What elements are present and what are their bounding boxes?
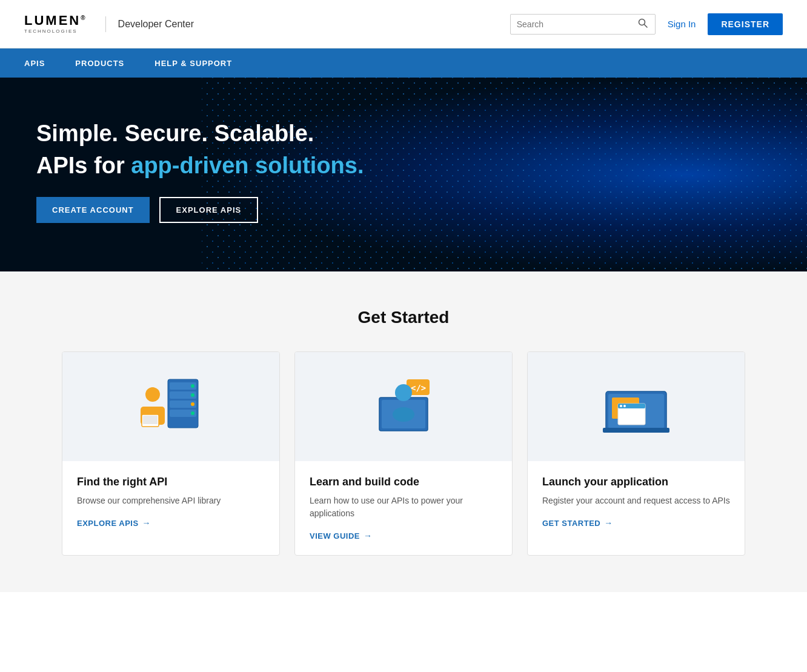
card-launch-app-body: Launch your application Register your ac… [528, 461, 745, 542]
nav-item-products[interactable]: PRODUCTS [75, 59, 124, 68]
get-started-link[interactable]: GET STARTED [542, 518, 730, 528]
svg-text:</>: </> [411, 383, 426, 393]
launch-icon [600, 373, 672, 440]
api-icon [134, 373, 207, 440]
explore-apis-link[interactable]: EXPLORE APIs [77, 518, 265, 528]
search-button[interactable] [637, 18, 649, 30]
svg-line-1 [644, 24, 647, 27]
svg-point-19 [395, 384, 412, 401]
hero-content: Simple. Secure. Scalable. APIs for app-d… [36, 120, 771, 223]
hero-line2-plain: APIs for [36, 153, 131, 178]
card-launch-app: Launch your application Register your ac… [527, 351, 745, 556]
card-learn-code-image: </> [295, 352, 512, 461]
dev-center-label: Developer Center [105, 16, 194, 32]
cards-container: Find the right API Browse our comprehens… [40, 351, 767, 556]
signin-link[interactable]: Sign In [668, 19, 696, 29]
logo-text: LUMEN® [24, 14, 87, 27]
svg-point-20 [393, 407, 414, 422]
svg-point-27 [620, 405, 622, 407]
site-header: LUMEN® TECHNOLOGIES Developer Center Sig… [0, 0, 807, 48]
card-launch-app-title: Launch your application [542, 476, 730, 488]
hero-headline: Simple. Secure. Scalable. [36, 120, 771, 148]
svg-rect-14 [143, 416, 158, 424]
card-find-api-body: Find the right API Browse our comprehens… [62, 461, 279, 542]
logo-sub: TECHNOLOGIES [24, 28, 78, 34]
hero-buttons: CREATE ACCOUNT EXPLORE APIs [36, 197, 771, 223]
search-input[interactable] [517, 19, 637, 29]
get-started-section: Get Started [0, 271, 807, 592]
svg-point-9 [191, 402, 194, 406]
hero-line2-accent: app-driven solutions. [131, 153, 364, 178]
svg-rect-23 [603, 428, 669, 433]
hero-subheadline: APIs for app-driven solutions. [36, 153, 771, 179]
svg-point-11 [145, 387, 160, 402]
card-find-api-desc: Browse our comprehensive API library [77, 494, 265, 507]
svg-point-10 [191, 411, 194, 415]
card-learn-code-desc: Learn how to use our APIs to power your … [310, 494, 497, 520]
svg-point-7 [191, 384, 194, 388]
code-icon: </> [367, 373, 440, 440]
nav-item-apis[interactable]: APIs [24, 59, 45, 68]
card-find-api-title: Find the right API [77, 476, 265, 488]
card-learn-code-body: Learn and build code Learn how to use ou… [295, 461, 512, 555]
card-find-api: Find the right API Browse our comprehens… [62, 351, 280, 556]
svg-point-28 [623, 405, 626, 407]
nav-bar: APIs PRODUCTS HELP & SUPPORT [0, 48, 807, 78]
nav-item-help[interactable]: HELP & SUPPORT [154, 59, 232, 68]
get-started-title: Get Started [24, 308, 783, 327]
card-learn-code: </> Learn and build code Learn how to us… [294, 351, 513, 556]
logo: LUMEN® TECHNOLOGIES [24, 14, 87, 34]
hero-section: Simple. Secure. Scalable. APIs for app-d… [0, 78, 807, 271]
create-account-button[interactable]: CREATE ACCOUNT [36, 197, 150, 223]
register-button[interactable]: REGISTER [708, 13, 783, 35]
view-guide-link[interactable]: VIEW GUIDE [310, 531, 497, 541]
search-box [510, 14, 656, 35]
explore-apis-button[interactable]: EXPLORE APIs [159, 197, 259, 223]
card-launch-app-desc: Register your account and request access… [542, 494, 730, 507]
card-find-api-image [62, 352, 279, 461]
svg-point-8 [191, 393, 194, 397]
card-launch-app-image [528, 352, 745, 461]
search-icon [638, 18, 648, 28]
card-learn-code-title: Learn and build code [310, 476, 497, 488]
